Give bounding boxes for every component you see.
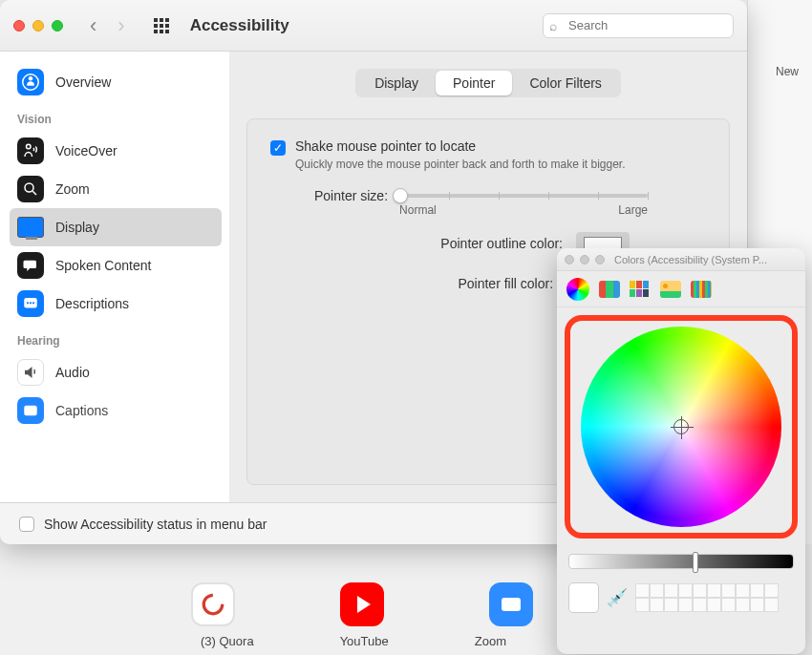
image-palettes-tab-icon[interactable]	[660, 281, 681, 298]
window-controls	[13, 20, 63, 32]
eyedropper-icon[interactable]: 💉	[607, 587, 628, 608]
menubar-checkbox[interactable]	[19, 517, 34, 532]
colors-zoom-button[interactable]	[595, 255, 605, 264]
tab-display[interactable]: Display	[357, 71, 436, 95]
audio-icon	[17, 359, 44, 386]
zoom-icon	[17, 176, 44, 202]
brightness-thumb[interactable]	[693, 552, 698, 573]
svg-point-2	[27, 144, 32, 149]
voiceover-icon	[17, 137, 44, 164]
tab-pointer[interactable]: Pointer	[436, 71, 512, 95]
sidebar-label: Audio	[55, 365, 90, 380]
colors-minimize-button[interactable]	[580, 255, 589, 264]
sidebar-item-audio[interactable]: Audio	[10, 353, 222, 391]
tab-bar: Display Pointer Color Filters	[355, 69, 621, 97]
sidebar-label: Zoom	[55, 181, 90, 197]
color-wheel-highlight	[565, 315, 798, 539]
svg-point-9	[203, 595, 223, 614]
svg-point-6	[30, 302, 32, 304]
zoom-label: Zoom	[475, 634, 506, 648]
color-palettes-tab-icon[interactable]	[630, 281, 651, 298]
svg-point-0	[29, 76, 33, 81]
color-wheel[interactable]	[581, 327, 781, 527]
slider-max-label: Large	[618, 203, 648, 217]
captions-icon	[17, 397, 44, 424]
color-wheel-tab-icon[interactable]	[566, 278, 589, 301]
display-icon	[17, 217, 44, 238]
titlebar: ‹ › Accessibility ⌕	[0, 0, 747, 52]
current-color-swatch[interactable]	[568, 582, 599, 613]
show-all-icon[interactable]	[154, 18, 169, 33]
sidebar-item-captions[interactable]: Captions	[10, 391, 222, 430]
quickbooks-icon[interactable]	[191, 582, 235, 626]
background-app-labels: (3) Quora YouTube Zoom	[201, 634, 506, 648]
fullscreen-window-button[interactable]	[52, 20, 63, 32]
sidebar-item-voiceover[interactable]: VoiceOver	[10, 132, 222, 170]
sidebar-label: Display	[55, 220, 99, 235]
sidebar-item-display[interactable]: Display	[10, 208, 222, 246]
background-app-icons	[191, 582, 533, 626]
svg-point-7	[32, 302, 34, 304]
colors-window-title: Colors (Accessibility (System P...	[614, 254, 767, 265]
shake-checkbox[interactable]: ✓	[270, 140, 286, 156]
fill-color-label: Pointer fill color:	[391, 276, 553, 291]
svg-point-5	[27, 302, 29, 304]
overview-icon	[17, 69, 44, 95]
pointer-size-label: Pointer size:	[314, 188, 388, 203]
youtube-icon[interactable]	[340, 582, 384, 626]
section-hearing: Hearing	[10, 323, 229, 353]
shake-subtext: Quickly move the mouse pointer back and …	[295, 158, 626, 171]
back-button[interactable]: ‹	[90, 13, 96, 38]
colors-titlebar: Colors (Accessibility (System P...	[557, 248, 805, 271]
quora-label: (3) Quora	[201, 634, 254, 648]
search-icon: ⌕	[549, 18, 557, 33]
sidebar-item-spoken-content[interactable]: Spoken Content	[10, 246, 222, 285]
menubar-checkbox-label: Show Accessibility status in menu bar	[44, 517, 267, 532]
slider-min-label: Normal	[399, 203, 437, 217]
bg-new-label: New	[776, 65, 799, 78]
minimize-window-button[interactable]	[32, 20, 44, 32]
window-title: Accessibility	[190, 16, 289, 35]
sidebar: Overview Vision VoiceOver Zoom Display	[0, 52, 229, 502]
color-sliders-tab-icon[interactable]	[599, 281, 620, 298]
pencils-tab-icon[interactable]	[691, 281, 712, 298]
svg-rect-8	[24, 406, 37, 416]
sidebar-item-overview[interactable]: Overview	[10, 63, 222, 101]
spoken-content-icon	[17, 252, 44, 279]
sidebar-label: Overview	[55, 74, 111, 90]
sidebar-label: Spoken Content	[55, 258, 151, 273]
sidebar-label: Descriptions	[55, 296, 129, 311]
sidebar-item-descriptions[interactable]: Descriptions	[10, 285, 222, 323]
colors-close-button[interactable]	[565, 255, 574, 264]
brightness-slider[interactable]	[568, 554, 794, 569]
color-wheel-crosshair-icon[interactable]	[673, 419, 689, 434]
pointer-size-slider[interactable]	[399, 194, 648, 198]
colors-window: Colors (Accessibility (System P... 💉	[557, 248, 805, 654]
saved-swatches-grid[interactable]	[635, 583, 779, 612]
forward-button[interactable]: ›	[118, 13, 124, 38]
close-window-button[interactable]	[13, 20, 25, 32]
sidebar-item-zoom[interactable]: Zoom	[10, 170, 222, 208]
descriptions-icon	[17, 290, 44, 317]
section-vision: Vision	[10, 101, 229, 132]
sidebar-label: VoiceOver	[55, 143, 118, 158]
youtube-label: YouTube	[340, 634, 389, 648]
svg-point-3	[25, 183, 33, 192]
tab-color-filters[interactable]: Color Filters	[512, 71, 618, 95]
zoom-app-icon[interactable]	[489, 582, 533, 626]
colors-toolbar	[557, 271, 805, 307]
shake-label: Shake mouse pointer to locate	[295, 138, 626, 154]
sidebar-label: Captions	[55, 403, 108, 418]
search-input[interactable]	[543, 13, 734, 38]
slider-thumb[interactable]	[393, 188, 408, 203]
outline-color-label: Pointer outline color:	[400, 236, 563, 251]
